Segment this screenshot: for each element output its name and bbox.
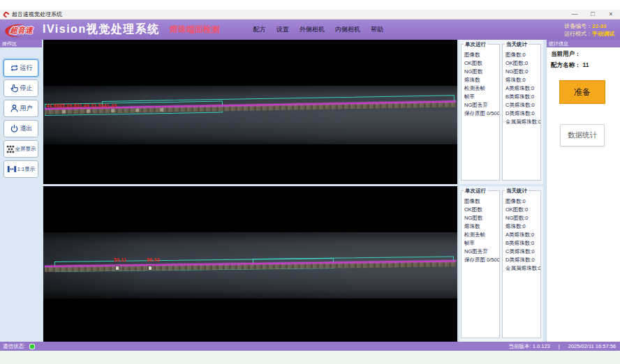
stat-row: 图像数 (462, 197, 499, 206)
exit-button[interactable]: 退出 (3, 120, 38, 137)
version-value: 1.0.123 (533, 343, 550, 349)
user-button-label: 用户 (20, 104, 33, 113)
stat-row: 检测丢帧 (462, 84, 499, 93)
fullscreen-button-label: 全屏显示 (15, 146, 36, 153)
single-run-groupbox: 单次运行 图像数OK图数NG图数熔珠数检测丢帧帧率NG图丢弃保存原图 0/500 (461, 190, 500, 338)
main-area: 操作区 运行 停止 用户 退出 (0, 40, 620, 342)
stat-row: C类熔珠数:0 (503, 248, 540, 256)
stat-row: OK图数:0 (503, 206, 540, 214)
defect-marker (115, 266, 119, 271)
device-number-label: 设备编号： (564, 23, 592, 29)
sidebar-title: 操作区 (0, 40, 42, 47)
daily-stats-title: 当天统计 (505, 188, 529, 195)
stat-row: 金属屑熔珠数:0 (503, 118, 540, 126)
stats-panel-outer: 单次运行 图像数OK图数NG图数熔珠数检测丢帧帧率NG图丢弃保存原图 0/500… (459, 40, 543, 184)
app-subtitle: 熔珠端面检测 (170, 24, 220, 36)
measurement-label: 53.11 (114, 257, 126, 262)
minimize-button[interactable]: — (566, 10, 584, 19)
stat-row: 图像数 (462, 51, 499, 59)
stat-row: 熔珠数 (462, 76, 499, 84)
datetime: 2025/02/11 16:57:56 (568, 343, 616, 349)
run-button[interactable]: 运行 (3, 59, 38, 77)
brand-logo: 超音速 (2, 21, 38, 39)
hand-icon (10, 84, 19, 93)
run-mode-label: 运行模式： (564, 31, 592, 37)
menu-item[interactable]: 内侧相机 (335, 25, 360, 34)
stat-row: 熔珠数:0 (503, 76, 540, 84)
single-run-groupbox: 单次运行 图像数OK图数NG图数熔珠数检测丢帧帧率NG图丢弃保存原图 0/500 (461, 44, 500, 181)
version-label: 当前版本: (509, 343, 531, 349)
window-titlebar: 超音速视觉处理系统 — □ × (0, 10, 620, 20)
info-panel-title: 统计信息 (547, 40, 620, 47)
data-statistics-button[interactable]: 数据统计 (560, 124, 605, 146)
one-to-one-button-label: 1:1显示 (17, 166, 35, 173)
version-datetime: 当前版本: 1.0.123 | 2025/02/11 16:57:56 (509, 343, 616, 350)
status-bar: 通信状态: 当前版本: 1.0.123 | 2025/02/11 16:57:5… (0, 342, 620, 351)
stat-row: OK图数:0 (503, 59, 540, 68)
menu-item[interactable]: 设置 (276, 25, 289, 34)
stat-row: NG图丢弃 (462, 101, 499, 109)
camera1-image-band (43, 86, 457, 144)
app-header: 超音速 IVision视觉处理系统 熔珠端面检测 配方设置外侧相机内侧相机帮助 … (0, 20, 620, 40)
device-number-value: 22-33 (592, 23, 606, 29)
daily-stats-groupbox: 当天统计 图像数:0OK图数:0NG图数:0熔珠数:0A类熔珠数:0B类熔珠数:… (502, 44, 541, 181)
stop-button-label: 停止 (20, 84, 33, 93)
daily-stats-groupbox: 当天统计 图像数:0OK图数:0NG图数:0熔珠数:0A类熔珠数:0B类熔珠数:… (502, 190, 541, 338)
stat-row: NG图数:0 (503, 214, 540, 222)
stat-row: 熔珠数 (462, 222, 499, 231)
camera-view-outer: 44.9885,39.831.49 31.5341.49 (43, 40, 457, 184)
menu-item[interactable]: 帮助 (371, 25, 383, 34)
camera-view-inner: 53.11 56.43 (43, 186, 457, 342)
info-panel: 统计信息 当前用户： 配方名称：11 准备 数据统计 (546, 40, 620, 342)
user-button[interactable]: 用户 (3, 100, 38, 117)
stat-row: 保存原图 0/500 (462, 256, 499, 264)
brand-name: 超音速 (10, 25, 33, 36)
one-to-one-button[interactable]: 1:1显示 (3, 160, 38, 178)
measurement-label: 56.43 (147, 257, 160, 262)
stop-button[interactable]: 停止 (3, 79, 38, 97)
separator: | (559, 343, 560, 349)
cycle-arrows-icon (10, 63, 19, 73)
run-button-label: 运行 (20, 63, 33, 73)
desktop-strip (0, 351, 620, 364)
stat-row: A类熔珠数:0 (503, 84, 540, 93)
current-user-label: 当前用户： (551, 50, 581, 57)
daily-stats-title: 当天统计 (505, 41, 529, 48)
stat-row: 保存原图 0/500 (462, 109, 499, 118)
prepare-button[interactable]: 准备 (559, 80, 605, 104)
stat-row: D类熔珠数:0 (503, 109, 540, 118)
stat-row: 帧率 (462, 239, 499, 248)
menu-item[interactable]: 外侧相机 (300, 25, 325, 34)
fullscreen-button[interactable]: 全屏显示 (3, 140, 38, 158)
device-info: 设备编号：22-33 运行模式：手动调试 (564, 22, 614, 38)
maximize-button[interactable]: □ (584, 10, 602, 19)
stat-row: C类熔珠数:0 (503, 101, 540, 109)
single-run-title: 单次运行 (464, 188, 487, 195)
person-icon (10, 104, 19, 113)
stat-row: NG图数 (462, 68, 499, 76)
menu-item[interactable]: 配方 (253, 25, 266, 34)
stat-row: NG图丢弃 (462, 248, 499, 256)
stat-row: 帧率 (462, 93, 499, 101)
recipe-name-value: 11 (583, 61, 589, 68)
stat-row: NG图数 (462, 214, 499, 222)
run-mode-value: 手动调试 (592, 31, 614, 37)
stat-row: D类熔珠数:0 (503, 256, 540, 264)
stat-row: 图像数:0 (503, 51, 540, 59)
app-title: IVision视觉处理系统 (43, 22, 160, 37)
stat-row: 金属屑熔珠数:0 (503, 264, 540, 273)
stat-row: NG图数:0 (503, 68, 540, 76)
exit-button-label: 退出 (20, 124, 33, 133)
measurement-text: 44.9885,39.831.49 31.5341.49 (46, 103, 117, 108)
close-button[interactable]: × (602, 10, 620, 19)
stat-row: 图像数:0 (503, 197, 540, 206)
menu-bar: 配方设置外侧相机内侧相机帮助 (253, 25, 383, 34)
stat-row: OK图数 (462, 206, 499, 214)
recipe-name-row: 配方名称：11 (547, 59, 620, 70)
grid-icon (6, 145, 15, 153)
stat-row: 检测丢帧 (462, 231, 499, 239)
stat-row: B类熔珠数:0 (503, 93, 540, 101)
single-run-title: 单次运行 (464, 41, 487, 48)
defect-marker (148, 266, 152, 271)
power-icon (10, 124, 19, 133)
